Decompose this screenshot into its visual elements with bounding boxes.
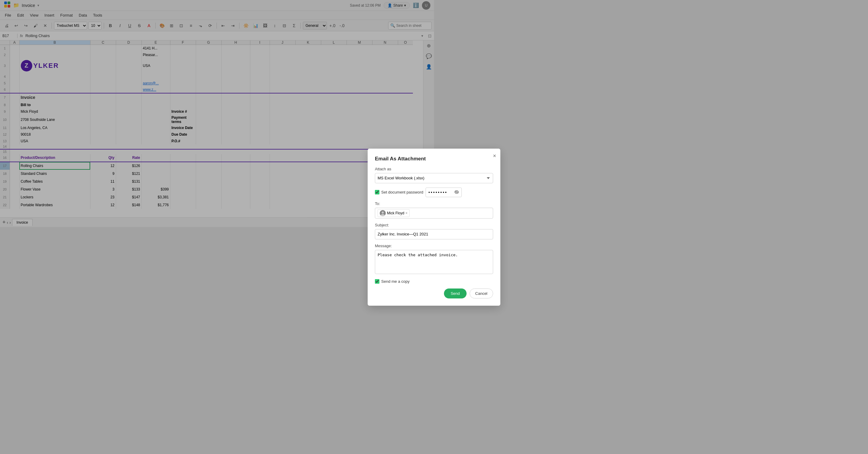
password-field xyxy=(426,188,434,197)
to-label: To: xyxy=(375,201,434,206)
recipient-name: Mick Floyd xyxy=(387,211,404,215)
email-attachment-modal: Email As Attachment × Attach as MS Excel… xyxy=(368,149,434,227)
modal-title: Email As Attachment xyxy=(375,156,434,162)
to-row: To: Mick Floyd × xyxy=(375,201,434,219)
svg-point-6 xyxy=(382,211,384,214)
password-input[interactable] xyxy=(428,190,434,195)
set-password-text: Set document password xyxy=(381,190,423,194)
recipient-avatar xyxy=(380,210,386,216)
avatar-image xyxy=(380,210,386,216)
subject-row: Subject: xyxy=(375,223,434,227)
remove-recipient-button[interactable]: × xyxy=(405,211,407,215)
attach-format-select[interactable]: MS Excel Workbook (.xlsx) PDF CSV ODS xyxy=(375,173,434,183)
recipient-tag: Mick Floyd × xyxy=(378,209,409,217)
password-row: Set document password xyxy=(375,188,434,197)
to-field[interactable]: Mick Floyd × xyxy=(375,208,434,219)
subject-label: Subject: xyxy=(375,223,434,227)
attach-select-wrapper: MS Excel Workbook (.xlsx) PDF CSV ODS xyxy=(375,173,434,183)
modal-overlay: Email As Attachment × Attach as MS Excel… xyxy=(0,0,434,227)
set-password-checkbox[interactable] xyxy=(375,190,379,194)
attach-as-label: Attach as xyxy=(375,167,434,171)
set-password-label: Set document password xyxy=(375,190,423,194)
attach-as-row: Attach as MS Excel Workbook (.xlsx) PDF … xyxy=(375,167,434,183)
